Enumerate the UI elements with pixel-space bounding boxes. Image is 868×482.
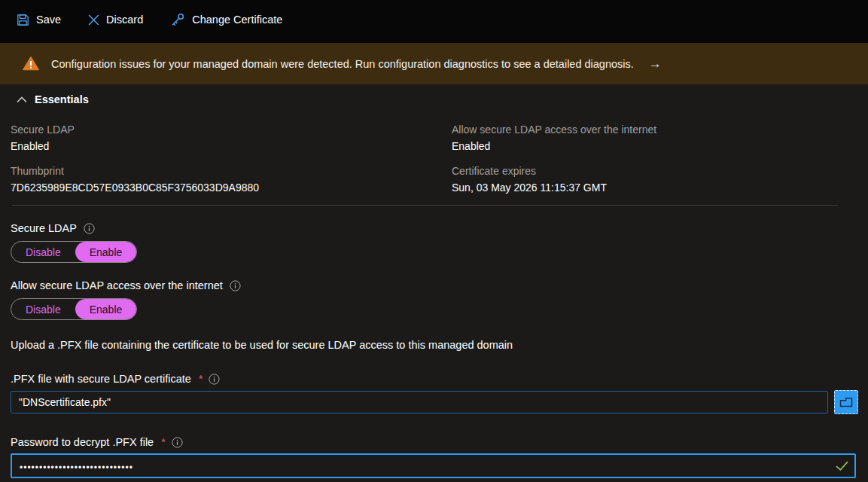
secure-ldap-section-label: Secure LDAP: [11, 222, 868, 234]
save-button[interactable]: Save: [17, 14, 61, 26]
pfx-file-input[interactable]: [11, 391, 828, 413]
save-floppy-icon: [17, 14, 29, 26]
discard-label: Discard: [106, 14, 143, 26]
internet-access-toggle: Disable Enable: [11, 298, 137, 320]
key-icon: [170, 13, 185, 27]
required-asterisk: *: [161, 436, 165, 448]
discard-x-icon: [88, 14, 99, 26]
section-divider: [12, 205, 838, 206]
password-input[interactable]: [11, 453, 856, 478]
essentials-toggle[interactable]: Essentials: [11, 93, 868, 105]
essentials-field-certificate-expires: Certificate expires Sun, 03 May 2026 11:…: [452, 165, 868, 194]
info-icon[interactable]: [172, 437, 183, 448]
warning-banner: Configuration issues for your managed do…: [0, 43, 868, 84]
upload-instruction: Upload a .PFX file containing the certif…: [11, 339, 868, 351]
internet-access-enable-option[interactable]: Enable: [75, 299, 137, 319]
password-label: Password to decrypt .PFX file *: [11, 436, 868, 448]
internet-access-label-text: Allow secure LDAP access over the intern…: [11, 279, 223, 291]
change-certificate-button[interactable]: Change Certificate: [170, 13, 282, 27]
page-content: Essentials Secure LDAP Enabled Allow sec…: [0, 84, 868, 478]
warning-message: Configuration issues for your managed do…: [51, 58, 634, 70]
field-value: Sun, 03 May 2026 11:15:37 GMT: [452, 182, 868, 194]
save-label: Save: [36, 14, 61, 26]
password-row: [11, 453, 856, 478]
field-value: Enabled: [452, 140, 868, 152]
field-value: 7D6235989E8CD57E0933B0C85F3756033D9A9880: [11, 182, 452, 194]
browse-file-button[interactable]: [834, 390, 858, 414]
secure-ldap-label-text: Secure LDAP: [11, 222, 77, 234]
warning-triangle-icon: [23, 56, 39, 71]
internet-access-section-label: Allow secure LDAP access over the intern…: [11, 279, 868, 291]
folder-icon: [839, 397, 853, 407]
required-asterisk: *: [199, 373, 203, 385]
banner-arrow-icon[interactable]: →: [649, 56, 662, 72]
field-value: Enabled: [11, 140, 452, 152]
internet-access-disable-option[interactable]: Disable: [11, 299, 75, 319]
info-icon[interactable]: [209, 374, 220, 385]
essentials-title: Essentials: [35, 93, 89, 105]
command-bar: Save Discard Change Certificate: [0, 0, 868, 43]
secure-ldap-disable-option[interactable]: Disable: [11, 242, 75, 262]
field-label: Secure LDAP: [11, 124, 452, 136]
pfx-file-label: .PFX file with secure LDAP certificate *: [11, 373, 868, 385]
chevron-up-icon: [17, 96, 27, 103]
change-certificate-label: Change Certificate: [192, 14, 282, 26]
secure-ldap-enable-option[interactable]: Enable: [75, 242, 137, 262]
essentials-field-thumbprint: Thumbprint 7D6235989E8CD57E0933B0C85F375…: [11, 165, 452, 194]
essentials-grid: Secure LDAP Enabled Allow secure LDAP ac…: [11, 124, 868, 194]
essentials-field-secure-ldap: Secure LDAP Enabled: [11, 124, 452, 152]
secure-ldap-toggle: Disable Enable: [11, 241, 137, 263]
pfx-file-label-text: .PFX file with secure LDAP certificate: [11, 373, 191, 385]
pfx-file-row: [11, 390, 868, 414]
field-label: Thumbprint: [11, 165, 452, 177]
field-label: Certificate expires: [452, 165, 868, 177]
essentials-field-internet-access: Allow secure LDAP access over the intern…: [452, 124, 868, 152]
info-icon[interactable]: [230, 280, 241, 291]
field-label: Allow secure LDAP access over the intern…: [452, 124, 868, 136]
info-icon[interactable]: [84, 223, 95, 234]
discard-button[interactable]: Discard: [88, 14, 143, 26]
valid-check-icon: [836, 461, 848, 471]
password-label-text: Password to decrypt .PFX file: [11, 436, 154, 448]
